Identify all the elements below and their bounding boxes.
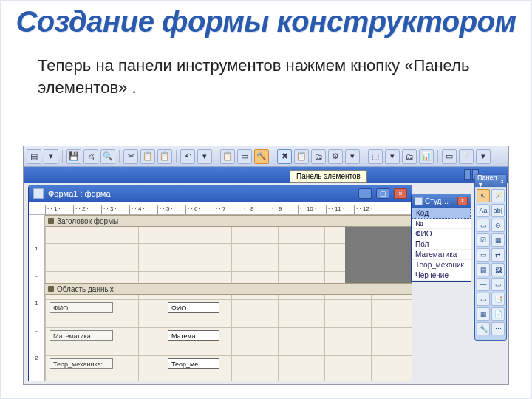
field-label[interactable]: ФИО: xyxy=(50,302,113,313)
field-textbox[interactable]: ФИО xyxy=(168,302,219,313)
toolbar-button-2[interactable]: 💾 xyxy=(66,149,81,164)
toolbox-button-7[interactable]: ▦ xyxy=(491,233,505,247)
section-form-header[interactable]: Заголовок формы xyxy=(45,215,412,227)
toolbar-button-20[interactable]: 🗂 xyxy=(402,149,417,164)
field-textbox[interactable]: Теор_ме xyxy=(168,358,219,369)
toolbar-button-10[interactable]: 📋 xyxy=(220,149,235,164)
slide-body: Теперь на панели инструментов нажмем кно… xyxy=(1,40,531,106)
toolbar-button-24[interactable]: ▾ xyxy=(476,149,491,164)
toolbar-button-8[interactable]: ↶ xyxy=(180,149,195,164)
close-icon[interactable]: X xyxy=(457,197,468,205)
field-label[interactable]: Математика: xyxy=(50,330,113,341)
toolbar-button-13[interactable]: ✖ xyxy=(277,149,292,164)
toolbox-button-1[interactable]: 🪄 xyxy=(491,189,505,202)
form-design-window: Форма1 : форма _ ▢ × · · 1 ·· · 2 ·· · 3… xyxy=(28,185,412,381)
toolbar-button-15[interactable]: 🗂 xyxy=(311,149,326,164)
toolbox-button-9[interactable]: ⇄ xyxy=(491,248,505,262)
toolbox-button-10[interactable]: ▤ xyxy=(477,263,490,276)
toolbox-button-4[interactable]: ▭ xyxy=(477,219,490,232)
toolbar-button-9[interactable]: ▾ xyxy=(197,149,212,164)
toolbox-button-3[interactable]: ab| xyxy=(491,204,505,217)
toolbar-button-11[interactable]: ▭ xyxy=(237,149,252,164)
toolbox-palette[interactable]: Панел ▼ x ↖🪄Aaab|▭⊙☑▦▭⇄▤🖼—▭▭📑▦📄🔧⋯ xyxy=(474,174,507,341)
toolbar-button-5[interactable]: ✂ xyxy=(123,149,138,164)
toolbar-button-19[interactable]: ▾ xyxy=(385,149,400,164)
slide-title: Создание формы конструктором xyxy=(1,1,531,40)
close-icon[interactable]: x xyxy=(501,177,505,185)
toolbar-button-23[interactable]: ❔ xyxy=(459,149,474,164)
toolbar-button-17[interactable]: ▾ xyxy=(345,149,360,164)
table-icon xyxy=(415,197,423,205)
field-list-item[interactable]: Теор_механик xyxy=(412,260,471,270)
horizontal-ruler: · · 1 ·· · 2 ·· · 3 ·· · 4 ·· · 5 ·· · 6… xyxy=(29,202,412,215)
design-surface[interactable]: -1-1-2 Заголовок формы Область данных ФИ… xyxy=(29,215,412,381)
maximize-button[interactable]: ▢ xyxy=(376,188,389,199)
field-list-item[interactable]: ФИО xyxy=(412,229,471,239)
toolbar-button-14[interactable]: 📋 xyxy=(294,149,309,164)
slide-title-text: Создание формы конструктором xyxy=(16,5,516,38)
toolbox-button-6[interactable]: ☑ xyxy=(477,233,490,247)
toolbox-button-12[interactable]: — xyxy=(477,278,490,291)
toolbar-button-1[interactable]: ▾ xyxy=(44,149,58,164)
vertical-ruler: -1-1-2 xyxy=(29,215,45,381)
field-list-item[interactable]: Математика xyxy=(412,250,471,260)
toolbar-button-16[interactable]: ⚙ xyxy=(328,149,343,164)
mdi-bar xyxy=(24,167,508,183)
app-screenshot: ▤▾💾🖨🔍✂📋📋↶▾📋▭🔨✖📋🗂⚙▾⬚▾🗂📊▭❔▾ Панель элемент… xyxy=(23,146,509,385)
field-label[interactable]: Теор_механика: xyxy=(50,358,113,369)
mdi-minimize[interactable] xyxy=(464,169,471,180)
toolbox-button-14[interactable]: ▭ xyxy=(477,293,490,306)
form-title: Форма1 : форма xyxy=(48,189,111,198)
toolbar-button-3[interactable]: 🖨 xyxy=(83,149,98,164)
form-icon xyxy=(33,188,44,199)
design-grid[interactable]: Заголовок формы Область данных ФИО:ФИОМа… xyxy=(45,215,412,381)
toolbox-button-17[interactable]: 📄 xyxy=(491,307,505,321)
toolbox-button-18[interactable]: 🔧 xyxy=(477,322,490,335)
toolbox-tooltip: Панель элементов xyxy=(290,170,367,183)
form-titlebar[interactable]: Форма1 : форма _ ▢ × xyxy=(29,185,412,202)
toolbox-button-11[interactable]: 🖼 xyxy=(491,263,505,276)
field-list-item[interactable]: Черчение xyxy=(412,270,471,281)
toolbar-button-4[interactable]: 🔍 xyxy=(100,149,115,164)
toolbox-button-8[interactable]: ▭ xyxy=(477,248,490,262)
toolbox-button-16[interactable]: ▦ xyxy=(477,307,490,321)
field-list-popup[interactable]: Студ… X Код№ФИОПолМатематикаТеор_механик… xyxy=(411,194,471,282)
field-list-item[interactable]: Код xyxy=(412,208,471,219)
toolbar-button-22[interactable]: ▭ xyxy=(442,149,457,164)
toolbox-button-0[interactable]: ↖ xyxy=(477,189,490,202)
toolbox-button-15[interactable]: 📑 xyxy=(491,293,505,306)
toolbar-button-12[interactable]: 🔨 xyxy=(254,149,269,164)
minimize-button[interactable]: _ xyxy=(358,188,372,199)
toolbox-button-13[interactable]: ▭ xyxy=(491,278,505,291)
toolbar-button-21[interactable]: 📊 xyxy=(419,149,434,164)
toolbox-title[interactable]: Панел ▼ x xyxy=(475,175,506,187)
main-toolbar: ▤▾💾🖨🔍✂📋📋↶▾📋▭🔨✖📋🗂⚙▾⬚▾🗂📊▭❔▾ Панель элемент… xyxy=(24,146,508,167)
toolbox-button-5[interactable]: ⊙ xyxy=(491,219,505,232)
field-textbox[interactable]: Матема xyxy=(168,330,219,341)
section-detail[interactable]: Область данных xyxy=(45,283,412,295)
toolbox-button-2[interactable]: Aa xyxy=(477,204,490,217)
toolbar-button-7[interactable]: 📋 xyxy=(157,149,172,164)
field-list-item[interactable]: Пол xyxy=(412,239,471,250)
field-list-item[interactable]: № xyxy=(412,219,471,229)
field-list-title[interactable]: Студ… X xyxy=(412,194,471,208)
toolbox-button-19[interactable]: ⋯ xyxy=(491,322,505,335)
close-button[interactable]: × xyxy=(394,188,407,199)
toolbar-button-6[interactable]: 📋 xyxy=(140,149,155,164)
toolbar-button-18[interactable]: ⬚ xyxy=(368,149,383,164)
toolbar-button-0[interactable]: ▤ xyxy=(27,149,41,164)
unused-area-header xyxy=(345,227,412,283)
